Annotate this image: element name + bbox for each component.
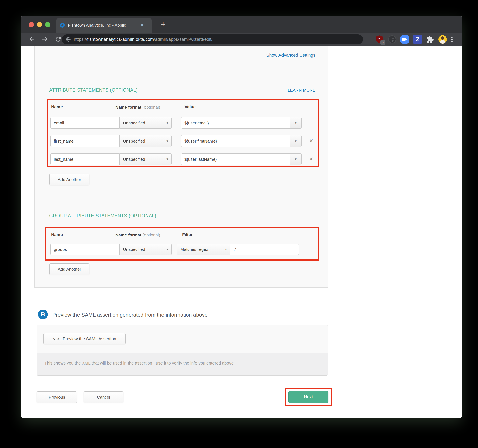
- add-another-group-button[interactable]: Add Another: [49, 264, 89, 275]
- attribute-statements-title: ATTRIBUTE STATEMENTS (OPTIONAL): [49, 87, 138, 93]
- chrome-menu-icon[interactable]: [451, 35, 453, 43]
- step-b-badge: B: [38, 309, 48, 319]
- tab-strip: Fishtown Analytics, Inc - Applic ✕ +: [21, 16, 462, 32]
- attr-value-input[interactable]: ${user.firstName}: [181, 135, 290, 147]
- add-another-attribute-button[interactable]: Add Another: [49, 174, 89, 185]
- okta-favicon-icon: [60, 23, 65, 28]
- learn-more-link[interactable]: LEARN MORE: [288, 88, 315, 92]
- group-name-input[interactable]: groups: [50, 244, 120, 255]
- preview-section-heading: Preview the SAML assertion generated fro…: [52, 312, 208, 318]
- back-icon[interactable]: [28, 36, 36, 43]
- remove-row-icon[interactable]: ✕: [309, 138, 313, 144]
- forward-icon[interactable]: [41, 36, 49, 43]
- code-brackets-icon: < >: [53, 336, 60, 341]
- col-header-name-format: Name format (optional): [115, 233, 160, 237]
- preview-hint-strip: This shows you the XML that will be used…: [37, 353, 328, 376]
- url-text: https://fishtownanalytics-admin.okta.com…: [74, 37, 213, 42]
- attr-value-input[interactable]: ${user.email}: [181, 117, 290, 129]
- ublock-origin-icon[interactable]: uO 5: [375, 35, 384, 44]
- new-tab-button[interactable]: +: [161, 20, 165, 29]
- next-button[interactable]: Next: [288, 391, 328, 403]
- attr-format-select[interactable]: Unspecified: [120, 135, 172, 147]
- browser-window: Fishtown Analytics, Inc - Applic ✕ + htt…: [21, 16, 462, 418]
- remove-row-icon[interactable]: ✕: [309, 156, 313, 162]
- attr-name-input[interactable]: first_name: [50, 135, 120, 147]
- onepassword-icon[interactable]: [388, 35, 396, 43]
- browser-tab[interactable]: Fishtown Analytics, Inc - Applic ✕: [56, 18, 152, 32]
- show-advanced-settings-link[interactable]: Show Advanced Settings: [266, 53, 315, 58]
- next-button-highlight-box: Next: [285, 387, 332, 406]
- z-extension-icon[interactable]: Z: [413, 35, 422, 44]
- col-header-name-format: Name format (optional): [115, 105, 160, 110]
- fullscreen-window-button[interactable]: [45, 22, 50, 27]
- attr-name-input[interactable]: email: [50, 117, 120, 129]
- previous-button[interactable]: Previous: [37, 391, 77, 403]
- url-scheme: https://: [74, 37, 87, 42]
- attr-name-input[interactable]: last_name: [50, 153, 120, 165]
- divider: [50, 71, 316, 71]
- group-format-select[interactable]: Unspecified: [120, 244, 172, 255]
- attr-format-select[interactable]: Unspecified: [120, 153, 172, 165]
- attr-value-input[interactable]: ${user.lastName}: [181, 153, 290, 165]
- browser-toolbar: https://fishtownanalytics-admin.okta.com…: [21, 32, 462, 46]
- attr-value-dropdown-button[interactable]: ▾: [290, 135, 302, 147]
- col-header-name: Name: [51, 104, 63, 109]
- site-info-globe-icon[interactable]: [66, 37, 71, 42]
- attr-format-select[interactable]: Unspecified: [120, 117, 172, 129]
- attr-value-dropdown-button[interactable]: ▾: [290, 117, 302, 129]
- ublock-badge: 5: [380, 40, 385, 45]
- extension-icons: uO 5 Z: [375, 35, 453, 44]
- profile-avatar[interactable]: [438, 35, 447, 44]
- tab-close-icon[interactable]: ✕: [140, 23, 144, 28]
- preview-saml-assertion-button[interactable]: < > Preview the SAML Assertion: [43, 333, 126, 344]
- svg-text:uO: uO: [378, 37, 382, 40]
- zoom-camera-icon[interactable]: [401, 35, 409, 44]
- close-window-button[interactable]: [29, 22, 34, 27]
- minimize-window-button[interactable]: [37, 22, 42, 27]
- url-path: /admin/apps/saml-wizard/edit/: [154, 37, 213, 42]
- page-content: Show Advanced Settings ATTRIBUTE STATEME…: [21, 46, 462, 418]
- reload-icon[interactable]: [55, 36, 62, 43]
- url-bar[interactable]: https://fishtownanalytics-admin.okta.com…: [62, 34, 363, 44]
- group-filter-value-input[interactable]: .*: [230, 244, 299, 255]
- extensions-puzzle-icon[interactable]: [426, 35, 434, 43]
- col-header-filter: Filter: [182, 232, 192, 237]
- attr-value-dropdown-button[interactable]: ▾: [290, 153, 302, 165]
- col-header-name: Name: [51, 232, 63, 237]
- group-attribute-statements-title: GROUP ATTRIBUTE STATEMENTS (OPTIONAL): [49, 213, 156, 219]
- group-filter-type-select[interactable]: Matches regex: [177, 244, 230, 255]
- url-host: fishtownanalytics-admin.okta.com: [87, 37, 154, 42]
- cancel-button[interactable]: Cancel: [84, 391, 123, 403]
- col-header-value: Value: [185, 104, 196, 109]
- tab-title: Fishtown Analytics, Inc - Applic: [68, 23, 139, 28]
- preview-hint-text: This shows you the XML that will be used…: [44, 361, 233, 366]
